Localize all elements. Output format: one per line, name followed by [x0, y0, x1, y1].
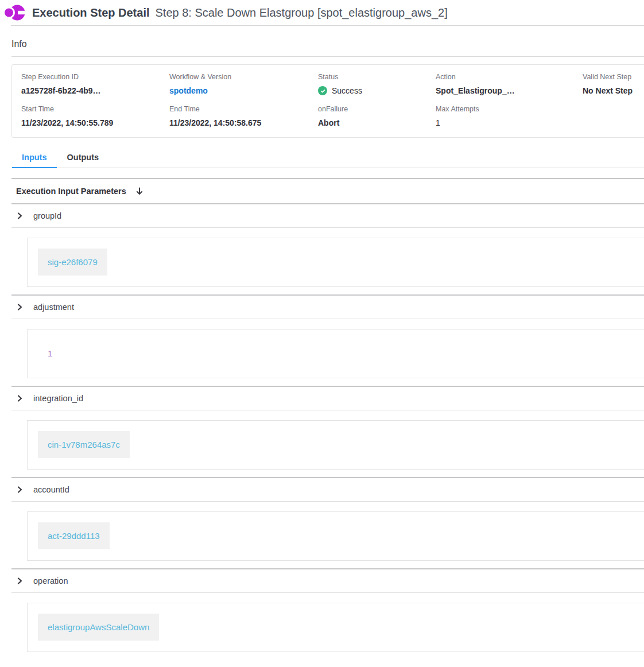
section-header-operation[interactable]: operation	[11, 568, 644, 592]
field-end-time: End Time 11/23/2022, 14:50:58.675	[169, 105, 318, 127]
value-panel: cin-1v78m264as7c	[27, 420, 644, 470]
parameter-name: adjustment	[33, 303, 74, 312]
field-action: Action Spot_Elastigroup_…	[436, 73, 583, 95]
info-section-heading: Info	[11, 26, 644, 56]
parameter-section-accountid: accountId act-29ddd113	[11, 477, 644, 568]
status-text: Success	[332, 86, 362, 95]
field-label: Action	[436, 73, 583, 81]
app-header: Execution Step Detail Step 8: Scale Down…	[0, 0, 644, 25]
chevron-right-icon	[15, 577, 24, 585]
value-panel: act-29ddd113	[27, 511, 644, 561]
section-header-accountid[interactable]: accountId	[11, 477, 644, 501]
parameter-value: act-29ddd113	[38, 522, 110, 549]
chevron-right-icon	[15, 212, 24, 220]
parameter-name: groupId	[33, 211, 61, 220]
page-subtitle: Step 8: Scale Down Elastgroup [spot_elas…	[156, 6, 448, 20]
page-title: Execution Step Detail	[32, 6, 150, 20]
section-body: act-29ddd113	[11, 501, 644, 568]
field-value: 11/23/2022, 14:50:55.789	[21, 118, 169, 127]
parameter-name: accountId	[33, 485, 69, 494]
workflow-link[interactable]: spotdemo	[169, 86, 318, 95]
parameter-value: sig-e26f6079	[38, 249, 107, 276]
value-panel: 1	[27, 329, 644, 378]
chevron-right-icon	[15, 303, 24, 311]
parameter-section-adjustment: adjustment 1	[11, 294, 644, 386]
field-label: Valid Next Step	[583, 73, 644, 81]
field-status: Status Success	[318, 73, 436, 95]
field-value: 1	[436, 118, 583, 127]
section-header-integration-id[interactable]: integration_id	[11, 386, 644, 410]
parameter-name: integration_id	[33, 394, 83, 403]
info-card: Step Execution ID a125728f-6b22-4b9… Wor…	[11, 64, 644, 138]
field-valid-next-step: Valid Next Step No Next Step	[583, 73, 644, 95]
field-label: End Time	[169, 105, 318, 113]
field-workflow-version: Workflow & Version spotdemo	[169, 73, 318, 95]
parameter-value: elastigroupAwsScaleDown	[38, 614, 159, 641]
status-badge: Success	[318, 86, 436, 95]
field-max-attempts: Max Attempts 1	[436, 105, 583, 127]
field-label: onFailure	[318, 105, 436, 113]
parameter-section-operation: operation elastigroupAwsScaleDown	[11, 568, 644, 660]
field-value: No Next Step	[583, 86, 644, 95]
tab-inputs[interactable]: Inputs	[12, 147, 57, 168]
collapse-all-arrow-icon[interactable]	[135, 187, 144, 196]
field-value: 11/23/2022, 14:50:58.675	[169, 118, 318, 127]
chevron-right-icon	[15, 394, 24, 402]
chevron-right-icon	[15, 486, 24, 494]
field-label: Start Time	[21, 105, 169, 113]
execution-input-parameters-header: Execution Input Parameters	[11, 178, 644, 203]
section-body: cin-1v78m264as7c	[11, 410, 644, 477]
parameter-name: operation	[33, 576, 68, 585]
parameter-section-integration-id: integration_id cin-1v78m264as7c	[11, 386, 644, 477]
parameter-section-groupid: groupId sig-e26f6079	[11, 203, 644, 294]
success-check-icon	[318, 86, 327, 95]
field-start-time: Start Time 11/23/2022, 14:50:55.789	[21, 105, 169, 127]
tab-bar: Inputs Outputs	[11, 147, 644, 168]
field-onfailure: onFailure Abort	[318, 105, 436, 127]
divider	[11, 56, 644, 57]
field-value: Spot_Elastigroup_…	[436, 86, 583, 95]
field-label: Status	[318, 73, 436, 81]
section-header-adjustment[interactable]: adjustment	[11, 294, 644, 319]
parameter-value: cin-1v78m264as7c	[38, 431, 130, 458]
section-body: elastigroupAwsScaleDown	[11, 592, 644, 660]
value-panel: sig-e26f6079	[27, 238, 644, 287]
field-value: a125728f-6b22-4b9…	[21, 86, 169, 95]
section-header-groupid[interactable]: groupId	[11, 203, 644, 227]
parameter-value: 1	[38, 340, 62, 367]
section-body: sig-e26f6079	[11, 227, 644, 294]
tab-outputs[interactable]: Outputs	[57, 147, 109, 168]
spot-logo-icon	[5, 4, 25, 21]
field-label: Workflow & Version	[169, 73, 318, 81]
parameters-heading: Execution Input Parameters	[16, 187, 126, 196]
field-value: Abort	[318, 118, 436, 127]
section-body: 1	[11, 319, 644, 386]
field-label: Step Execution ID	[21, 73, 169, 81]
field-label: Max Attempts	[436, 105, 583, 113]
field-step-execution-id: Step Execution ID a125728f-6b22-4b9…	[21, 73, 169, 95]
value-panel: elastigroupAwsScaleDown	[27, 603, 644, 652]
